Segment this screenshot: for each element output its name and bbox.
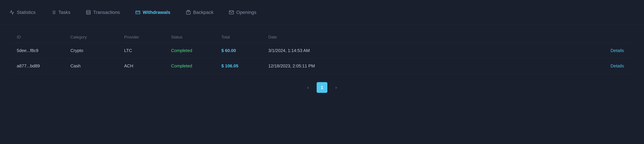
next-page-button[interactable]: ›: [331, 82, 342, 93]
table-container: IDCategoryProviderStatusTotalDate 5dee..…: [10, 31, 634, 74]
main-content: IDCategoryProviderStatusTotalDate 5dee..…: [0, 25, 644, 108]
nav-item-label: Backpack: [193, 10, 214, 15]
tasks-icon: [51, 10, 56, 15]
table-header-col-6: [336, 35, 627, 39]
row-1-details-link[interactable]: Details: [336, 63, 627, 69]
nav-item-transactions[interactable]: Transactions: [83, 8, 122, 17]
backpack-icon: [186, 10, 191, 15]
svg-rect-9: [136, 11, 140, 14]
row-1-status: Completed: [171, 63, 221, 69]
openings-icon: [229, 10, 234, 15]
nav-item-label: Statistics: [17, 10, 36, 15]
svg-rect-6: [86, 10, 90, 14]
table-header-col-0: ID: [17, 35, 70, 39]
nav-item-label: Openings: [236, 10, 256, 15]
table-header-col-2: Provider: [124, 35, 171, 39]
table-body: 5dee...f8c9CryptoLTCCompleted$ 60.003/1/…: [10, 43, 634, 74]
withdrawals-icon: [135, 10, 140, 15]
row-1-total: $ 106.05: [221, 63, 268, 69]
transactions-icon: [86, 10, 91, 15]
row-0-date: 3/1/2024, 1:14:53 AM: [268, 48, 336, 53]
table-header-col-3: Status: [171, 35, 221, 39]
row-0-id: 5dee...f8c9: [17, 48, 70, 53]
row-0-category: Crypto: [70, 48, 124, 53]
nav-bar: Statistics Tasks Transactions Withdrawal…: [0, 0, 644, 25]
table-row: 5dee...f8c9CryptoLTCCompleted$ 60.003/1/…: [10, 43, 634, 58]
svg-rect-11: [186, 11, 190, 14]
nav-item-label: Tasks: [58, 10, 70, 15]
row-1-date: 12/18/2023, 2:05:11 PM: [268, 63, 336, 69]
row-0-details-link[interactable]: Details: [336, 48, 627, 53]
row-1-provider: ACH: [124, 63, 171, 69]
pagination: ‹ 1 ›: [10, 74, 634, 101]
table-header: IDCategoryProviderStatusTotalDate: [10, 31, 634, 43]
nav-item-withdrawals[interactable]: Withdrawals: [133, 8, 173, 17]
nav-item-openings[interactable]: Openings: [226, 8, 259, 17]
table-row: a877...bd89CashACHCompleted$ 106.0512/18…: [10, 58, 634, 74]
table-header-col-4: Total: [221, 35, 268, 39]
row-1-category: Cash: [70, 63, 124, 69]
table-header-col-1: Category: [70, 35, 124, 39]
table-header-col-5: Date: [268, 35, 336, 39]
nav-item-label: Withdrawals: [143, 10, 170, 15]
nav-item-statistics[interactable]: Statistics: [7, 8, 38, 17]
statistics-icon: [10, 10, 14, 15]
current-page-button[interactable]: 1: [317, 82, 327, 93]
prev-page-button[interactable]: ‹: [302, 82, 313, 93]
row-0-total: $ 60.00: [221, 48, 268, 53]
nav-item-label: Transactions: [93, 10, 120, 15]
nav-item-tasks[interactable]: Tasks: [48, 8, 73, 17]
nav-item-backpack[interactable]: Backpack: [183, 8, 216, 17]
row-0-status: Completed: [171, 48, 221, 53]
row-0-provider: LTC: [124, 48, 171, 53]
row-1-id: a877...bd89: [17, 63, 70, 69]
